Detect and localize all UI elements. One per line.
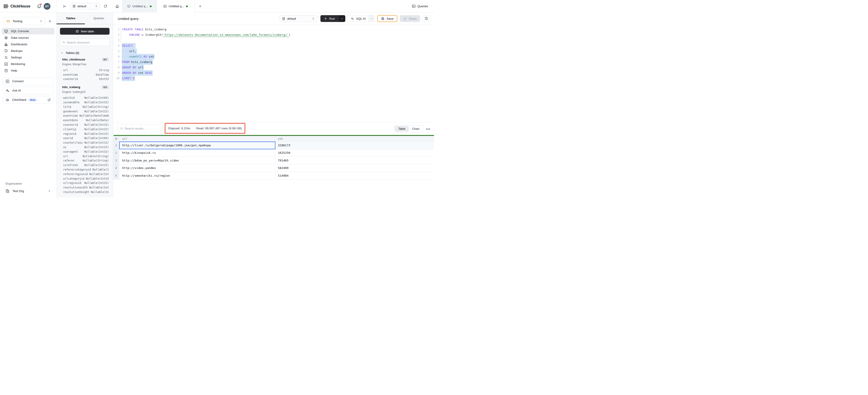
sidebar-item-label: Help (11, 69, 17, 72)
tab-untitled-query-1[interactable]: Untitled q... (122, 0, 157, 12)
new-tab-plus-icon[interactable] (196, 3, 204, 10)
column-row: title Nullable(String) (60, 105, 110, 109)
line-number: 8 (113, 65, 120, 70)
sidebar-item-sql-console[interactable]: SQL Console (2, 28, 55, 34)
engine-badge: IS3 (101, 85, 109, 89)
column-row: resolutionheight Nullable(In (60, 190, 110, 194)
query-history-button[interactable] (422, 15, 430, 22)
tables-group-toggle[interactable]: Tables (5) (60, 51, 110, 55)
beta-badge: Beta (28, 98, 37, 102)
query-title[interactable]: Untitled query (118, 17, 279, 21)
column-type: Nullable(Int32) (84, 128, 109, 131)
sidebar-item-backups[interactable]: Backups (2, 48, 55, 54)
result-cell-cnt[interactable]: 3288173 (275, 142, 434, 149)
results-table: # url cnt 1 http://liver.ru/belgorod/pag… (113, 136, 434, 179)
clickstack-button[interactable]: ClickStack Beta (3, 96, 54, 104)
column-row: urlcategoryid Nullable(Int32 (60, 176, 110, 181)
column-row: useragent Nullable(Int32) (60, 149, 110, 154)
view-chart-button[interactable]: Chart (409, 126, 423, 132)
result-cell-url[interactable]: http://smeshariki.ru/region (119, 172, 275, 179)
sql-ai-chevron[interactable] (368, 16, 374, 22)
sql-ai-button[interactable]: SQL AI (347, 15, 374, 22)
ask-ai-button[interactable]: Ask AI (3, 87, 54, 94)
results-search[interactable] (118, 124, 162, 133)
connect-label: Connect (12, 80, 24, 83)
sidebar-item-help[interactable]: Help (2, 67, 55, 74)
column-type: Nullable(Int32) (84, 181, 109, 185)
run-button[interactable]: Run (320, 15, 345, 22)
column-list: watchid Nullable(Int64) javaenable Nulla… (60, 95, 110, 194)
column-type: Nullable(Int32) (84, 146, 109, 149)
column-row: counterclass Nullable(Int32) (60, 140, 110, 145)
result-cell-cnt[interactable]: 1625250 (275, 149, 434, 157)
workspace-name: Testing (13, 20, 40, 23)
queries-button[interactable]: Queries (412, 4, 428, 8)
tab-tables[interactable]: Tables (57, 12, 85, 24)
sql-editor[interactable]: 1CREATE TABLE hits_iceberg 2 ENGINE = Ic… (113, 25, 434, 122)
line-number: 7 (113, 59, 120, 65)
organization-item[interactable]: Test Org (2, 188, 55, 194)
sidebar-item-monitoring[interactable]: Monitoring (2, 61, 55, 67)
sql-token: = IcebergS3( (140, 33, 163, 36)
sidebar-item-label: SQL Console (11, 29, 29, 33)
add-service-plus-icon[interactable] (46, 17, 54, 25)
sidebar-item-label: Monitoring (11, 62, 25, 66)
terminal-icon (127, 4, 130, 8)
tab-untitled-query-2[interactable]: Untitled q... (157, 0, 195, 12)
collapse-panel-icon[interactable] (61, 3, 68, 10)
whitespace-dots: · (142, 55, 144, 58)
resources-search-input[interactable] (67, 41, 107, 44)
sql-token: BY (133, 71, 136, 75)
table-row[interactable]: hits_clickhouse MT (60, 58, 110, 61)
result-cell-cnt[interactable]: 582400 (275, 164, 434, 172)
table-entry-hits-clickhouse: hits_clickhouse MT Engine: MergeTree url… (60, 58, 110, 81)
resources-search[interactable] (60, 39, 110, 46)
connect-button[interactable]: Connect (3, 78, 54, 85)
terminal-icon (412, 4, 416, 8)
result-cell-cnt[interactable]: 791465 (275, 157, 434, 164)
home-icon[interactable] (112, 2, 122, 10)
column-row: url Nullable(String) (60, 154, 110, 159)
settings-sliders-icon (4, 56, 8, 60)
topbar-database-select[interactable]: default (70, 3, 100, 10)
chevron-down-icon (61, 52, 63, 54)
sidebar-item-settings[interactable]: Settings (2, 54, 55, 61)
column-row: javaenable Nullable(Int32) (60, 100, 110, 105)
whitespace-dots: · (144, 71, 145, 75)
view-table-button[interactable]: Table (395, 126, 409, 132)
result-cell-url[interactable]: http://bdsm_po_yers=0&with_video (119, 157, 275, 164)
tab-queries[interactable]: Queries (85, 12, 113, 24)
result-cell-url-selected[interactable]: http://liver.ru/belgorod/page/1006.jки/д… (119, 142, 275, 149)
building-icon (5, 189, 9, 193)
save-button[interactable]: Save (377, 15, 397, 22)
sidebar-nav: SQL Console Data sources (0, 28, 56, 74)
clickhouse-logo-icon[interactable] (4, 4, 8, 9)
column-header-cnt[interactable]: cnt (278, 137, 283, 140)
new-table-button[interactable]: New table (60, 28, 110, 35)
run-label: Run (329, 17, 335, 20)
whitespace-dots: · (131, 71, 133, 75)
history-icon (425, 17, 428, 21)
run-options-chevron[interactable] (339, 15, 345, 22)
results-toolbar: Elapsed: 9.224s Read: 99,997,497 rows (9… (113, 122, 434, 135)
notification-dot (40, 3, 42, 5)
result-cell-cnt[interactable]: 514984 (275, 172, 434, 179)
editor-database-select[interactable]: default (279, 15, 317, 22)
connect-icon (5, 79, 9, 83)
user-avatar[interactable]: DT (44, 3, 51, 10)
result-cell-url[interactable]: http://video.yandex (119, 164, 275, 172)
result-cell-url[interactable]: http://kinopoisk.ru (119, 149, 275, 157)
column-header-url[interactable]: url (122, 137, 127, 140)
notifications-bell-icon[interactable] (37, 4, 42, 9)
more-options-icon[interactable]: ••• (425, 126, 431, 131)
organization-section: Organization Test Org (0, 182, 56, 194)
sql-token: GROUP (122, 66, 131, 69)
sql-link-token[interactable]: 'https://datasets-documentation.s3.amazo… (163, 33, 289, 36)
refresh-icon[interactable] (102, 3, 108, 10)
workspace-select[interactable]: aws Testing (3, 17, 45, 25)
table-row[interactable]: hits_iceberg IS3 (60, 85, 110, 89)
sidebar-item-dashboards[interactable]: Dashboards (2, 41, 55, 48)
share-button[interactable]: Share (400, 15, 420, 22)
results-search-input[interactable] (124, 127, 159, 130)
sidebar-item-data-sources[interactable]: Data sources (2, 34, 55, 41)
